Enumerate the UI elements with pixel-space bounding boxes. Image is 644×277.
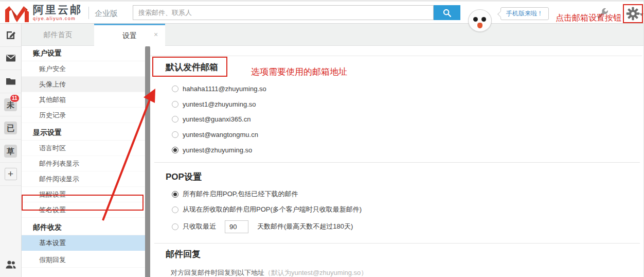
sender-option-row: yuntest@wangtongmu.cn (172, 129, 258, 140)
radio-unselected[interactable] (172, 131, 178, 138)
nav-section-account: 账户设置 (22, 46, 150, 61)
section-divider (154, 162, 640, 163)
radio-unselected[interactable] (172, 223, 178, 230)
nav-item-history[interactable]: 历史记录 (22, 108, 150, 123)
unread-folder-button[interactable]: 未 11 (0, 93, 21, 116)
brand-divider (88, 7, 89, 19)
nav-item-reminder-settings[interactable]: 提醒设置 (22, 187, 150, 202)
contacts-icon (5, 259, 17, 270)
compose-button[interactable] (0, 24, 21, 47)
radio-unselected[interactable] (172, 206, 178, 213)
reply-address-text: 对方回复邮件时回复到以下地址 (171, 269, 264, 276)
unread-count-badge: 11 (10, 94, 20, 102)
brand-name: 阿里云邮 (33, 4, 82, 15)
settings-content: 默认发件邮箱 选项需要使用的邮箱地址 hahaha1111@zhuyuming.… (150, 46, 644, 277)
compose-icon (5, 29, 17, 41)
mobile-version-label: 手机版来啦！ (506, 10, 543, 17)
contacts-button[interactable] (0, 254, 21, 275)
default-sender-title: 默认发件邮箱 (166, 61, 218, 73)
brand-text: 阿里云邮 qiye.aliyun.com (33, 4, 82, 21)
tools-button[interactable] (595, 7, 610, 23)
search-icon (442, 8, 452, 18)
caret-down-icon (639, 13, 643, 16)
tab-settings[interactable]: 设置 × (94, 24, 165, 46)
pop-option-row: 只收取最近 天数邮件(最高天数不超过180天) (172, 220, 353, 233)
nav-scrollbar[interactable] (145, 45, 150, 277)
radio-selected[interactable] (172, 147, 178, 153)
edition-label: 企业版 (95, 9, 118, 19)
folder-icon (5, 75, 17, 88)
gear-icon (625, 6, 640, 21)
add-folder-button[interactable]: + (0, 163, 21, 186)
sender-option-row: yuntest@zhuyuming.so (172, 145, 252, 155)
nav-item-account-security[interactable]: 账户安全 (22, 61, 150, 77)
avatar-eye (473, 17, 478, 22)
brand-domain: qiye.aliyun.com (33, 16, 82, 21)
tab-mail-home[interactable]: 邮件首页 (22, 24, 94, 46)
draft-keycap: 草 (4, 145, 17, 158)
search-input[interactable] (133, 5, 434, 20)
nav-item-vacation-reply[interactable]: 假期回复 (22, 252, 150, 268)
inbox-button[interactable] (0, 47, 21, 70)
sender-option-row: yuntest1@zhuyuming.so (172, 99, 256, 109)
sent-keycap: 已 (4, 122, 17, 134)
mail-reply-title: 邮件回复 (166, 248, 201, 260)
radio-unselected[interactable] (172, 85, 178, 92)
settings-nav: 账户设置 账户安全 头像上传 其他邮箱 历史记录 显示设置 语言时区 邮件列表显… (22, 46, 150, 277)
annotation-text-settings: 点击邮箱设置按钮 (556, 13, 621, 24)
avatar[interactable] (468, 9, 492, 32)
pop-option-row: 从现在所收取的邮件启用POP(多个客户端时只收取最新邮件) (172, 204, 362, 215)
tab-mail-home-label: 邮件首页 (44, 30, 73, 39)
avatar-mouth (477, 23, 482, 28)
radio-selected[interactable] (172, 191, 178, 198)
radio-unselected[interactable] (172, 116, 178, 123)
nav-item-other-mailbox[interactable]: 其他邮箱 (22, 92, 150, 108)
section-divider (154, 243, 640, 244)
plus-icon: + (5, 168, 17, 180)
brand-logo-icon (4, 5, 30, 23)
tab-close-icon[interactable]: × (152, 30, 160, 39)
left-icon-rail: 未 11 已 草 + (0, 24, 22, 277)
nav-item-basic-settings[interactable]: 基本设置 (22, 235, 150, 251)
reply-address-hint: （默认为yuntest@zhuyuming.so） (264, 269, 367, 276)
wrench-icon (595, 7, 610, 21)
sender-option-row: hahaha1111@zhuyuming.so (172, 83, 266, 94)
pop-days-input[interactable] (225, 220, 248, 233)
pop-option-row: 所有邮件启用POP,包括已经下载的邮件 (172, 189, 298, 199)
nav-section-send-receive: 邮件收发 (22, 220, 150, 235)
pop-settings-title: POP设置 (166, 171, 202, 183)
folders-button[interactable] (0, 70, 21, 93)
radio-unselected[interactable] (172, 101, 178, 108)
header: 阿里云邮 qiye.aliyun.com 企业版 手机版来啦！ (0, 0, 644, 24)
avatar-eye (481, 17, 486, 22)
mobile-version-bubble[interactable]: 手机版来啦！ (500, 7, 549, 20)
search-button[interactable] (434, 5, 460, 20)
nav-item-avatar-upload[interactable]: 头像上传 (22, 77, 150, 92)
mail-icon (5, 52, 17, 64)
content-divider (150, 56, 642, 56)
nav-item-signature-settings[interactable]: 签名设置 (22, 202, 150, 218)
tab-settings-label: 设置 (122, 31, 137, 40)
nav-section-display: 显示设置 (22, 126, 150, 141)
nav-item-mail-read-display[interactable]: 邮件阅读显示 (22, 171, 150, 187)
tab-bar: 邮件首页 设置 × (22, 24, 644, 46)
sender-option-row: yuntest@guanxi365.cn (172, 114, 251, 124)
annotation-text-default-sender: 选项需要使用的邮箱地址 (251, 66, 347, 78)
nav-item-language-timezone[interactable]: 语言时区 (22, 141, 150, 156)
webmail-app: 阿里云邮 qiye.aliyun.com 企业版 手机版来啦！ (0, 0, 644, 277)
reply-address-line: 对方回复邮件时回复到以下地址（默认为yuntest@zhuyuming.so） (171, 268, 367, 277)
nav-item-mail-list-display[interactable]: 邮件列表显示 (22, 156, 150, 171)
settings-button[interactable] (625, 6, 640, 23)
draft-folder-button[interactable]: 草 (0, 140, 21, 163)
sent-folder-button[interactable]: 已 (0, 116, 21, 140)
